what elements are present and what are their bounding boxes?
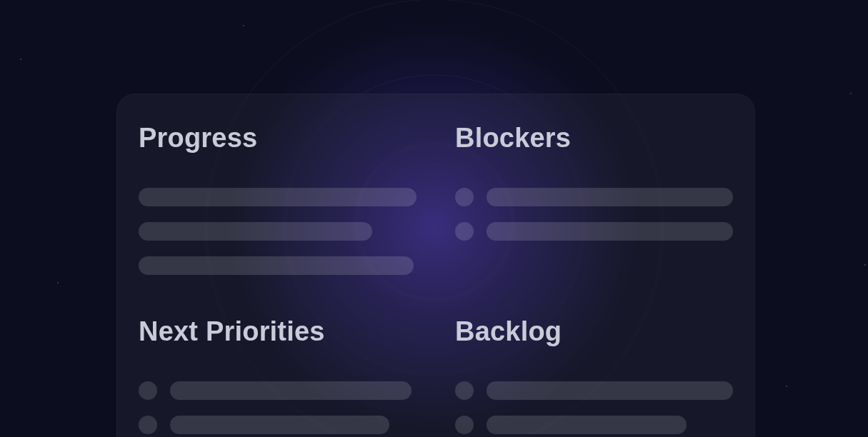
status-grid: Progress Blockers Next Priorities Backlo… [139, 123, 733, 434]
list-item [139, 381, 416, 400]
list-item [139, 416, 416, 434]
section-body-progress [139, 188, 416, 275]
bullet-icon [455, 222, 474, 241]
section-progress: Progress [139, 123, 416, 275]
placeholder-line [139, 188, 416, 206]
placeholder-line [139, 256, 414, 275]
placeholder-line [487, 381, 733, 400]
section-body-blockers [455, 188, 733, 241]
stage: Progress Blockers Next Priorities Backlo… [0, 0, 868, 437]
decorative-dot [243, 25, 244, 26]
section-backlog: Backlog [455, 316, 733, 434]
decorative-dot [20, 59, 21, 60]
status-card: Progress Blockers Next Priorities Backlo… [116, 94, 755, 437]
placeholder-line [487, 222, 733, 241]
bullet-icon [455, 188, 474, 206]
decorative-dot [850, 93, 852, 94]
decorative-dot [786, 386, 787, 387]
decorative-dot [57, 282, 59, 283]
placeholder-line [487, 416, 687, 434]
decorative-dot [864, 264, 866, 266]
section-title-blockers: Blockers [455, 123, 733, 154]
list-item [455, 222, 733, 241]
section-next-priorities: Next Priorities [139, 316, 416, 434]
placeholder-line [487, 188, 733, 206]
section-body-backlog [455, 381, 733, 434]
list-item [455, 381, 733, 400]
section-title-backlog: Backlog [455, 316, 733, 347]
placeholder-line [139, 222, 372, 241]
list-item [455, 416, 733, 434]
bullet-icon [139, 381, 157, 400]
section-blockers: Blockers [455, 123, 733, 275]
bullet-icon [455, 416, 474, 434]
section-title-progress: Progress [139, 123, 416, 154]
section-title-next-priorities: Next Priorities [139, 316, 416, 347]
bullet-icon [139, 416, 157, 434]
list-item [455, 188, 733, 206]
placeholder-line [170, 381, 411, 400]
bullet-icon [455, 381, 474, 400]
placeholder-line [170, 416, 389, 434]
section-body-next-priorities [139, 381, 416, 434]
